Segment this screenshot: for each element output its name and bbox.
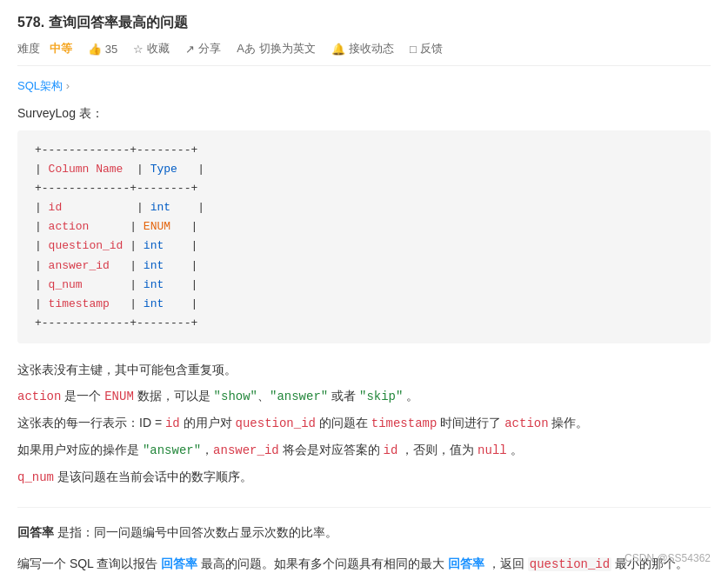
difficulty-value: 中等: [50, 42, 72, 55]
subscribe-action[interactable]: 🔔 接收动态: [331, 41, 394, 57]
table-row-q-num: | q_num | int |: [35, 276, 693, 295]
like-icon: 👍: [88, 43, 102, 56]
table-row-action: | action | ENUM |: [35, 217, 693, 237]
bell-icon: 🔔: [331, 43, 345, 56]
feedback-icon: □: [410, 43, 417, 56]
star-icon: ☆: [133, 43, 144, 56]
table-border-bottom: +-------------+--------+: [35, 314, 693, 333]
share-icon: ↗: [185, 43, 195, 56]
table-row-timestamp: | timestamp | int |: [35, 295, 693, 314]
switch-lang-action[interactable]: Aあ 切换为英文: [237, 41, 316, 57]
desc-answer: 如果用户对应的操作是 "answer"，answer_id 将会是对应答案的 i…: [17, 437, 711, 463]
share-action[interactable]: ↗ 分享: [185, 41, 221, 57]
table-row-id: | id | int |: [35, 198, 693, 217]
table-row-answer-id: | answer_id | int |: [35, 257, 693, 276]
answer-rate-def: 回答率 是指：同一问题编号中回答次数占显示次数的比率。: [17, 520, 711, 544]
difficulty-label: 难度 中等: [17, 41, 72, 57]
desc-row-meaning: 这张表的每一行表示：ID = id 的用户对 question_id 的问题在 …: [17, 410, 711, 436]
feedback-action[interactable]: □ 反馈: [410, 41, 443, 57]
desc-no-key: 这张表没有主键，其中可能包含重复项。: [17, 357, 711, 382]
survey-log-label: SurveyLog 表：: [17, 106, 711, 122]
like-action[interactable]: 👍 35: [88, 43, 117, 56]
divider: [17, 507, 711, 508]
meta-bar: 难度 中等 👍 35 ☆ 收藏 ↗ 分享 Aあ 切换为英文 🔔 接收动态 □ 反…: [17, 41, 711, 66]
page-title: 578. 查询回答率最高的问题: [17, 14, 711, 32]
collect-action[interactable]: ☆ 收藏: [133, 41, 170, 57]
table-header-sep: +-------------+--------+: [35, 179, 693, 198]
table-border-top: +-------------+--------+: [35, 141, 693, 160]
desc-action-enum: action 是一个 ENUM 数据，可以是 "show"、"answer" 或…: [17, 383, 711, 409]
task-desc: 编写一个 SQL 查询以报告 回答率 最高的问题。如果有多个问题具有相同的最大 …: [17, 551, 711, 573]
highlight-section: 回答率 是指：同一问题编号中回答次数占显示次数的比率。 编写一个 SQL 查询以…: [17, 520, 711, 573]
description-block: 这张表没有主键，其中可能包含重复项。 action 是一个 ENUM 数据，可以…: [17, 357, 711, 490]
desc-q-num: q_num 是该问题在当前会话中的数字顺序。: [17, 464, 711, 490]
table-header-row: | Column Name | Type |: [35, 160, 693, 179]
footer-note: CSDN @SS54362: [624, 552, 711, 564]
table-block: +-------------+--------+ | Column Name |…: [17, 130, 711, 343]
table-row-question-id: | question_id | int |: [35, 237, 693, 256]
breadcrumb[interactable]: SQL架构: [17, 78, 711, 94]
lang-icon: Aあ: [237, 41, 256, 57]
